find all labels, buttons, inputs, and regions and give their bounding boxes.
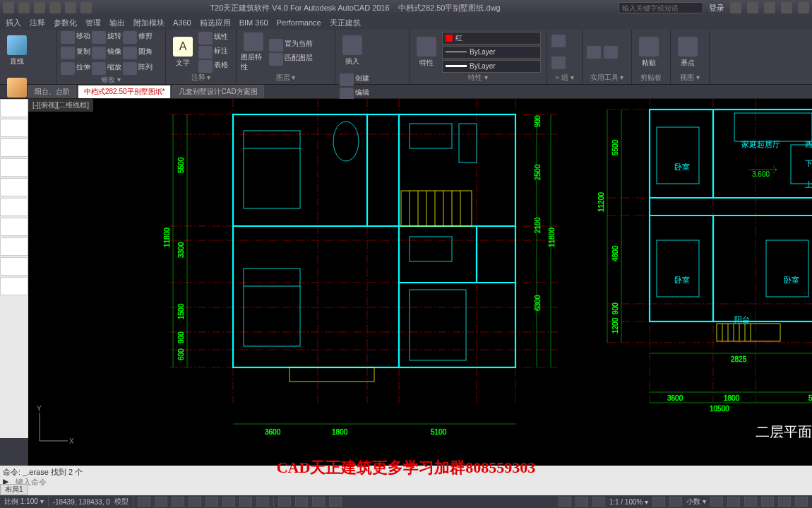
minimize-icon[interactable]: [764, 2, 775, 13]
viewport-label[interactable]: [-][俯视][二维线框]: [28, 99, 93, 112]
menu-item[interactable]: A360: [173, 18, 191, 27]
doc-tab[interactable]: 阳台、台阶: [28, 85, 76, 98]
rotate-icon[interactable]: [92, 31, 106, 44]
menu-item[interactable]: 插入: [6, 18, 21, 28]
palette-cell[interactable]: [0, 198, 28, 216]
menu-item[interactable]: Performance: [277, 18, 321, 27]
fillet-icon[interactable]: [123, 47, 137, 59]
customize-status-icon[interactable]: [795, 497, 808, 507]
ortho-toggle[interactable]: [172, 497, 184, 507]
anno-monitor-icon[interactable]: [669, 497, 682, 507]
layout-tab[interactable]: 布局1: [0, 484, 28, 495]
palette-cell[interactable]: [0, 218, 28, 236]
isolate-toggle[interactable]: [761, 497, 774, 507]
palette-cell[interactable]: [0, 158, 28, 177]
lineweight-dropdown[interactable]: ByLayer: [442, 60, 541, 73]
layer-props-button[interactable]: 图层特性: [241, 33, 266, 72]
svg-rect-35: [410, 124, 452, 148]
color-dropdown[interactable]: 红: [442, 32, 541, 45]
quickprops-toggle[interactable]: [710, 497, 723, 507]
search-input[interactable]: [619, 2, 703, 13]
units-display[interactable]: 小数 ▾: [686, 497, 706, 507]
cleanscreen-toggle[interactable]: [778, 497, 791, 507]
select-icon[interactable]: [604, 46, 618, 59]
linetype-dropdown[interactable]: ByLayer: [442, 46, 541, 59]
cycling-toggle[interactable]: [278, 497, 291, 507]
palette-cell[interactable]: [0, 257, 28, 276]
menu-item[interactable]: BIM 360: [239, 18, 268, 27]
dynucs-toggle[interactable]: [312, 497, 325, 507]
menu-item[interactable]: 精选应用: [200, 18, 231, 28]
anno-vis-toggle[interactable]: [575, 497, 588, 507]
qat-redo-icon[interactable]: [80, 2, 92, 13]
drawing-canvas[interactable]: [-][俯视][二维线框] 550: [28, 99, 812, 466]
menu-item[interactable]: 附加模块: [133, 18, 165, 28]
iso-toggle[interactable]: [559, 497, 571, 507]
svg-text:3300: 3300: [177, 242, 185, 258]
group-icon[interactable]: [551, 35, 566, 47]
qat-undo-icon[interactable]: [65, 2, 76, 13]
3dosnap-toggle[interactable]: [295, 497, 308, 507]
layer-icon[interactable]: [269, 39, 283, 52]
menu-item[interactable]: 天正建筑: [330, 18, 361, 28]
svg-point-34: [333, 122, 359, 161]
trim-icon[interactable]: [123, 31, 137, 44]
create-block-icon[interactable]: [340, 73, 354, 86]
anno-scale[interactable]: 1:1 / 100% ▾: [609, 498, 649, 506]
scale-control[interactable]: 比例 1:100 ▾: [4, 497, 44, 507]
otrack-toggle[interactable]: [222, 497, 235, 507]
qat-new-icon[interactable]: [18, 2, 30, 13]
maximize-icon[interactable]: [781, 2, 792, 13]
insert-button[interactable]: 插入: [340, 31, 365, 71]
hwaccel-toggle[interactable]: [744, 497, 757, 507]
qat-open-icon[interactable]: [34, 2, 45, 13]
help-icon[interactable]: [747, 2, 758, 13]
array-icon[interactable]: [123, 62, 137, 75]
palette-cell[interactable]: [0, 138, 28, 157]
close-icon[interactable]: [798, 2, 809, 13]
anno-auto-toggle[interactable]: [592, 497, 605, 507]
ucs-icon: XY: [32, 406, 75, 448]
exchange-icon[interactable]: [730, 2, 741, 13]
line-button[interactable]: 直线: [4, 31, 30, 71]
ungroup-icon[interactable]: [551, 57, 566, 69]
mirror-icon[interactable]: [92, 47, 106, 59]
scale-icon[interactable]: [92, 62, 106, 75]
qat-save-icon[interactable]: [49, 2, 61, 13]
palette-cell[interactable]: [0, 237, 28, 256]
palette-cell[interactable]: [0, 178, 28, 196]
palette-cell[interactable]: [0, 119, 28, 137]
polar-toggle[interactable]: [189, 497, 201, 507]
text-button[interactable]: A文字: [170, 33, 196, 72]
menu-item[interactable]: 管理: [85, 18, 101, 28]
osnap-toggle[interactable]: [205, 497, 218, 507]
menu-item[interactable]: 注释: [30, 18, 45, 28]
measure-icon[interactable]: [587, 46, 601, 59]
doc-tab-active[interactable]: 中档式282.50平别墅图纸*: [78, 85, 171, 98]
login-link[interactable]: 登录: [709, 3, 724, 13]
lock-ui-toggle[interactable]: [727, 497, 740, 507]
paste-button[interactable]: 粘贴: [636, 33, 662, 72]
leader-icon[interactable]: [198, 46, 213, 59]
layer-match-icon[interactable]: [269, 53, 283, 66]
menu-item[interactable]: 参数化: [54, 18, 77, 28]
dyninput-toggle[interactable]: [329, 497, 342, 507]
move-icon[interactable]: [61, 31, 75, 44]
transparency-toggle[interactable]: [256, 497, 269, 507]
app-menu-icon[interactable]: [3, 2, 14, 13]
basepoint-button[interactable]: 基点: [675, 33, 700, 72]
linear-dim-icon[interactable]: [198, 32, 213, 45]
stretch-icon[interactable]: [61, 62, 75, 75]
snap-toggle[interactable]: [155, 497, 167, 507]
palette-cell[interactable]: [0, 277, 28, 295]
doc-tab[interactable]: 几套别墅设计CAD方案图: [172, 85, 263, 98]
lweight-toggle[interactable]: [239, 497, 252, 507]
copy-icon[interactable]: [61, 47, 75, 59]
grid-toggle[interactable]: [138, 497, 150, 507]
workspace-switch[interactable]: [652, 497, 665, 507]
menu-item[interactable]: 输出: [109, 18, 125, 28]
table-icon[interactable]: [198, 60, 213, 73]
model-space-toggle[interactable]: 模型: [114, 497, 129, 507]
props-button[interactable]: 特性: [414, 33, 439, 72]
palette-cell[interactable]: [0, 99, 28, 117]
